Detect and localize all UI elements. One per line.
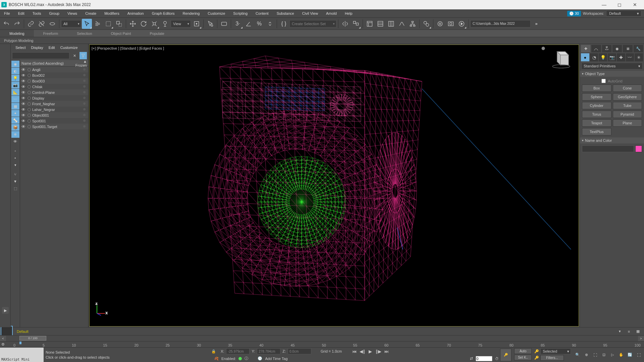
frozen-icon[interactable]: ❄ bbox=[83, 96, 88, 100]
se-sort-c-icon[interactable]: ▾ bbox=[11, 162, 19, 168]
cmd-cat-geometry[interactable]: ● bbox=[581, 53, 589, 61]
adaptive-degrade-icon[interactable]: 🍂 bbox=[214, 356, 219, 361]
cmd-cat-shapes[interactable]: ◔ bbox=[590, 53, 598, 61]
snap-toggle-button[interactable]: 3⌐ bbox=[233, 19, 243, 29]
freeze-dot[interactable] bbox=[28, 102, 31, 106]
set-key-button[interactable]: Set K.. bbox=[514, 355, 532, 360]
frozen-icon[interactable]: ❄ bbox=[83, 102, 88, 106]
auto-key-button[interactable]: Auto bbox=[514, 348, 532, 354]
redo-button[interactable] bbox=[12, 19, 22, 29]
menu-file[interactable]: File bbox=[0, 9, 14, 17]
se-list-header[interactable]: Name (Sorted Ascending) ▲ Frozen bbox=[20, 60, 88, 67]
isolate-toggle-icon[interactable]: ⓘ bbox=[245, 356, 248, 361]
curve-editor-button[interactable] bbox=[397, 19, 407, 29]
ribbon-tab-modeling[interactable]: Modeling bbox=[0, 30, 34, 37]
object-name-input[interactable] bbox=[582, 145, 634, 152]
visibility-icon[interactable]: 👁 bbox=[21, 107, 26, 112]
prim-teapot-button[interactable]: Teapot bbox=[582, 119, 611, 127]
list-item[interactable]: 👁Spot001❄ bbox=[20, 118, 88, 124]
toggle-ribbon-button[interactable] bbox=[386, 19, 396, 29]
material-editor-button[interactable] bbox=[421, 19, 431, 29]
coord-x-input[interactable] bbox=[226, 348, 250, 354]
time-slider-handle[interactable]: 0 / 100 bbox=[19, 336, 46, 341]
maxscript-listener[interactable]: MAXScript Mini bbox=[0, 348, 44, 362]
visibility-icon[interactable]: 👁 bbox=[21, 90, 26, 95]
cmd-cat-systems[interactable]: ✳ bbox=[635, 53, 643, 61]
viewport-thumb[interactable] bbox=[1, 326, 13, 336]
autogrid-checkbox[interactable] bbox=[601, 79, 606, 83]
freeze-dot[interactable] bbox=[28, 68, 31, 71]
se-header-name[interactable]: Name (Sorted Ascending) bbox=[20, 61, 71, 65]
time-prev-button[interactable]: < bbox=[0, 336, 6, 341]
se-filter-frozen-icon[interactable]: ❄ bbox=[11, 131, 19, 138]
se-menu-display[interactable]: Display bbox=[31, 46, 43, 50]
select-manipulate-button[interactable] bbox=[205, 19, 215, 29]
freeze-dot[interactable] bbox=[28, 114, 31, 117]
prim-box-button[interactable]: Box bbox=[582, 84, 611, 92]
frozen-icon[interactable]: ❄ bbox=[83, 113, 88, 117]
list-item[interactable]: 👁Angli❄ bbox=[20, 67, 88, 72]
placement-button[interactable] bbox=[160, 19, 170, 29]
list-item[interactable]: 👁Object001❄ bbox=[20, 112, 88, 118]
steering-wheel-icon[interactable]: ⬤ bbox=[541, 46, 545, 50]
cmd-tab-motion[interactable]: ◉ bbox=[612, 45, 622, 52]
freeze-dot[interactable] bbox=[28, 85, 31, 88]
frozen-icon[interactable]: ❄ bbox=[83, 67, 88, 72]
se-sort-b-icon[interactable]: ▪ bbox=[11, 155, 19, 161]
prim-sphere-button[interactable]: Sphere bbox=[582, 93, 611, 101]
next-frame-button[interactable]: ∥▶ bbox=[375, 348, 382, 355]
freeze-dot[interactable] bbox=[28, 119, 31, 123]
menu-help[interactable]: Help bbox=[341, 9, 357, 17]
cmd-tab-modify[interactable] bbox=[591, 45, 601, 52]
frozen-icon[interactable]: ❄ bbox=[83, 124, 88, 129]
ribbon-panel-label[interactable]: Polygon Modeling bbox=[0, 37, 644, 44]
ribbon-tab-selection[interactable]: Selection bbox=[67, 30, 101, 37]
rollout-name-color[interactable]: Name and Color bbox=[580, 137, 644, 143]
viewport-label[interactable]: [+] [Perspective ] [Standard ] [Edged Fa… bbox=[92, 46, 164, 50]
zoom-all-icon[interactable]: ⊕ bbox=[582, 351, 590, 359]
left-expand-button[interactable]: ▶ bbox=[2, 307, 9, 314]
list-item[interactable]: 👁Lahar_Negrar❄ bbox=[20, 107, 88, 112]
menu-modifiers[interactable]: Modifiers bbox=[100, 9, 123, 17]
viewcube[interactable] bbox=[550, 48, 572, 69]
viewport[interactable]: [+] [Perspective ] [Standard ] [Edged Fa… bbox=[89, 45, 579, 326]
cmd-tab-hierarchy[interactable] bbox=[602, 45, 611, 52]
rectangle-region-button[interactable] bbox=[103, 19, 113, 29]
se-filter-xrefs-icon[interactable]: ✦ bbox=[11, 110, 19, 117]
percent-snap-button[interactable]: % bbox=[254, 19, 264, 29]
menu-customize[interactable]: Customize bbox=[204, 9, 229, 17]
fov-icon[interactable]: ▷ bbox=[608, 351, 616, 359]
add-time-tag[interactable]: Add Time Tag bbox=[265, 357, 287, 361]
visibility-icon[interactable]: 👁 bbox=[21, 84, 26, 89]
se-filter-helpers-icon[interactable]: 📐 bbox=[11, 89, 19, 96]
prim-cone-button[interactable]: Cone bbox=[613, 84, 642, 92]
freeze-dot[interactable] bbox=[28, 108, 31, 111]
frozen-icon[interactable]: ❄ bbox=[83, 79, 88, 83]
menu-group[interactable]: Group bbox=[45, 9, 63, 17]
visibility-icon[interactable]: 👁 bbox=[21, 119, 26, 123]
time-slider[interactable]: < 0 / 100 > bbox=[0, 335, 644, 341]
prim-pyramid-button[interactable]: Pyramid bbox=[613, 111, 642, 118]
se-filter-geometry-icon[interactable]: ◉ bbox=[11, 61, 19, 67]
menu-civilview[interactable]: Civil View bbox=[298, 9, 322, 17]
goto-start-button[interactable]: ⏮ bbox=[351, 348, 358, 355]
cmd-tab-utilities[interactable]: 🔧 bbox=[634, 45, 643, 52]
ribbon-tab-freeform[interactable]: Freeform bbox=[34, 30, 68, 37]
play-button[interactable]: ▶ bbox=[367, 348, 374, 355]
frozen-icon[interactable]: ❄ bbox=[83, 73, 88, 77]
menu-create[interactable]: Create bbox=[81, 9, 100, 17]
time-next-button[interactable]: > bbox=[638, 336, 644, 341]
menu-content[interactable]: Content bbox=[252, 9, 273, 17]
frozen-icon[interactable]: ❄ bbox=[83, 119, 88, 123]
menu-grapheditors[interactable]: Graph Editors bbox=[148, 9, 179, 17]
freeze-dot[interactable] bbox=[28, 91, 31, 94]
se-hierarchy-icon[interactable]: ⑂ bbox=[11, 171, 19, 178]
time-config-icon[interactable]: ⚙ bbox=[1, 342, 8, 347]
visibility-icon[interactable]: 👁 bbox=[21, 113, 26, 118]
current-frame-input[interactable] bbox=[476, 356, 492, 361]
zoom-icon[interactable]: 🔍 bbox=[574, 351, 582, 359]
move-button[interactable] bbox=[128, 19, 138, 29]
pan-icon[interactable]: ✋ bbox=[617, 351, 625, 359]
layer-manager-icon[interactable]: ≡ bbox=[625, 328, 633, 335]
select-object-button[interactable] bbox=[82, 19, 92, 29]
